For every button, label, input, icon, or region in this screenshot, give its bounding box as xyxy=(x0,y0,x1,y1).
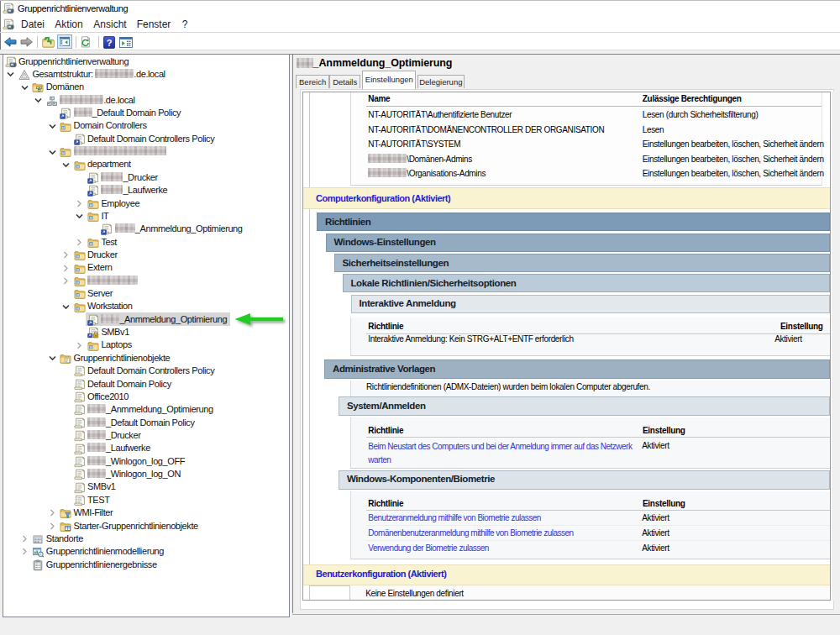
svg-text:?: ? xyxy=(107,37,113,47)
